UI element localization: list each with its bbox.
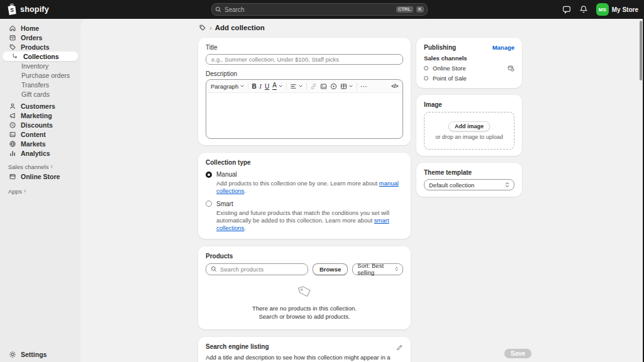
sidebar-item-products[interactable]: Products — [3, 42, 78, 52]
seo-description: Add a title and description to see how t… — [206, 354, 403, 362]
markets-globe-icon — [8, 140, 16, 148]
orders-icon — [8, 34, 16, 41]
italic-button[interactable]: I — [260, 83, 262, 90]
products-card: Products Browse Sort: Best selling — [198, 246, 411, 330]
text-color-button[interactable]: A — [272, 82, 283, 90]
sort-select[interactable]: Sort: Best selling — [352, 263, 403, 275]
chevron-right-icon: › — [50, 163, 52, 170]
toolbar-divider — [286, 83, 287, 90]
link-button[interactable] — [310, 83, 317, 90]
sidebar-item-home[interactable]: Home — [3, 23, 78, 33]
sidebar-item-discounts[interactable]: Discounts — [3, 120, 78, 129]
scrollbar[interactable] — [640, 21, 642, 80]
description-textarea[interactable] — [207, 92, 402, 138]
manual-radio-row[interactable]: Manual — [206, 171, 403, 178]
image-card: Image Add image or drop an image to uplo… — [416, 95, 522, 156]
shopify-bag-icon: S — [7, 3, 17, 15]
inbox-chat-button[interactable] — [562, 5, 571, 14]
main-panel: › Add collection Title Description Parag… — [80, 19, 644, 362]
insert-table-button[interactable] — [340, 83, 353, 90]
radio-smart[interactable] — [206, 200, 212, 207]
chevron-down-icon — [240, 84, 245, 89]
sidebar-item-settings[interactable]: Settings — [3, 349, 78, 359]
channel-online-store: Online Store — [424, 65, 514, 72]
align-left-icon — [290, 83, 297, 90]
more-options-button[interactable]: ⋯ — [360, 82, 367, 90]
sidebar-item-orders[interactable]: Orders — [3, 33, 78, 42]
insert-video-button[interactable] — [330, 83, 337, 90]
sales-channels-header[interactable]: Sales channels › — [3, 162, 78, 171]
pencil-icon — [396, 343, 403, 350]
home-icon — [8, 25, 16, 32]
alignment-button[interactable] — [290, 83, 303, 90]
seo-heading: Search engine listing — [206, 343, 269, 350]
collection-tag-icon — [199, 24, 206, 31]
add-image-button[interactable]: Add image — [448, 121, 490, 131]
product-search-input[interactable] — [220, 266, 303, 273]
updown-caret-icon — [395, 266, 398, 272]
schedule-availability-button[interactable] — [508, 65, 514, 72]
customers-icon — [8, 102, 16, 110]
bold-button[interactable]: B — [252, 83, 256, 90]
table-icon — [340, 83, 347, 90]
sidebar-item-content[interactable]: Content — [3, 129, 78, 139]
theme-template-card: Theme template Default collection — [416, 163, 522, 197]
page-title: Add collection — [215, 24, 265, 31]
description-editor: Paragraph B I U A — [206, 79, 403, 139]
title-label: Title — [206, 44, 403, 51]
side-column: Publishing Manage Sales channels Online … — [416, 38, 522, 197]
drop-hint-text: or drop an image to upload — [435, 134, 503, 140]
search-icon — [215, 6, 221, 13]
sidebar-item-markets[interactable]: Markets — [3, 139, 78, 148]
notifications-button[interactable] — [579, 5, 588, 14]
toolbar-divider — [248, 83, 248, 90]
video-icon — [330, 83, 337, 90]
sidebar-item-gift-cards[interactable]: Gift cards — [3, 89, 78, 99]
channel-point-of-sale: Point of Sale — [424, 75, 514, 82]
manage-link[interactable]: Manage — [492, 44, 514, 51]
sidebar-item-collections[interactable]: Collections — [3, 52, 78, 61]
sidebar-item-online-store[interactable]: Online Store — [3, 172, 78, 181]
product-search-box — [206, 263, 308, 275]
shopify-logo[interactable]: S shopify — [7, 3, 49, 15]
smart-radio-row[interactable]: Smart — [206, 200, 403, 207]
sidebar-item-transfers[interactable]: Transfers — [3, 80, 78, 89]
edit-seo-button[interactable] — [396, 343, 403, 350]
sidebar: Home Orders Products Collections Invento… — [0, 19, 80, 362]
store-menu-button[interactable]: MS My Store — [596, 3, 638, 16]
sidebar-item-analytics[interactable]: Analytics — [3, 148, 78, 158]
channel-status-icon — [424, 66, 428, 70]
save-button[interactable]: Save — [504, 349, 531, 358]
paragraph-style-dropdown[interactable]: Paragraph — [211, 83, 245, 90]
show-html-button[interactable]: </> — [391, 83, 398, 89]
global-search-input[interactable]: Search CTRL K — [211, 3, 428, 16]
sidebar-item-purchase-orders[interactable]: Purchase orders — [3, 70, 78, 80]
content-icon — [8, 131, 16, 138]
sidebar-item-marketing[interactable]: Marketing — [3, 111, 78, 120]
publishing-heading: Publishing — [424, 44, 456, 51]
insert-image-button[interactable] — [320, 83, 327, 90]
products-controls: Browse Sort: Best selling — [206, 263, 403, 275]
seo-card: Search engine listing Add a title and de… — [198, 337, 411, 362]
image-icon — [320, 83, 327, 90]
store-name: My Store — [612, 6, 638, 13]
theme-template-select[interactable]: Default collection — [424, 179, 514, 190]
gear-icon — [8, 351, 16, 358]
collection-type-heading: Collection type — [206, 159, 403, 166]
image-dropzone[interactable]: Add image or drop an image to upload — [424, 112, 514, 150]
browse-button[interactable]: Browse — [313, 263, 348, 275]
topbar-right: MS My Store — [562, 0, 638, 19]
products-empty-state: There are no products in this collection… — [206, 275, 403, 324]
sidebar-item-inventory[interactable]: Inventory — [3, 61, 78, 70]
underline-button[interactable]: U — [265, 83, 269, 90]
apps-header[interactable]: Apps › — [3, 187, 78, 195]
title-description-card: Title Description Paragraph B I U A — [198, 38, 411, 145]
radio-manual[interactable] — [206, 172, 212, 178]
collection-title-input[interactable] — [206, 54, 403, 65]
smart-description: Existing and future products that match … — [216, 209, 403, 233]
analytics-icon — [8, 150, 16, 157]
marketing-icon — [8, 112, 16, 119]
search-icon — [211, 266, 217, 272]
sales-channels-subheading: Sales channels — [424, 55, 514, 62]
sidebar-item-customers[interactable]: Customers — [3, 101, 78, 111]
